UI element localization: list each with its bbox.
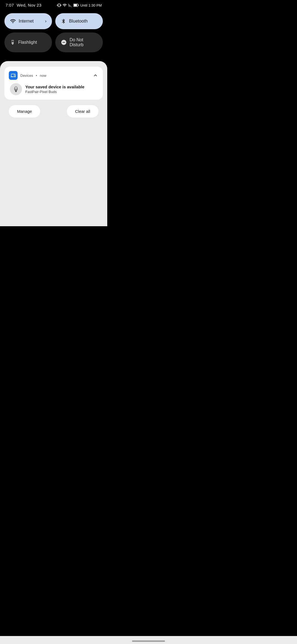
battery-until-label: Until 1:30 PM	[80, 3, 102, 7]
notification-text: Your saved device is available FastPair-…	[25, 84, 84, 94]
pixel-buds-icon	[10, 83, 22, 95]
notif-dot: •	[36, 73, 37, 78]
dnd-tile[interactable]: Do Not Disturb	[55, 32, 103, 52]
wifi-status-icon	[62, 3, 67, 7]
notif-title: Your saved device is available	[25, 84, 84, 89]
devices-app-icon	[9, 71, 18, 80]
notification-area: Devices • now	[0, 61, 107, 226]
bluetooth-tile[interactable]: Bluetooth	[55, 13, 103, 29]
notification-header-left: Devices • now	[9, 71, 46, 80]
internet-chevron-icon: ›	[45, 19, 46, 24]
notification-collapse-icon[interactable]	[92, 72, 98, 78]
flashlight-icon	[10, 39, 15, 45]
quick-tiles-section: Internet › Bluetooth Flashlight	[0, 10, 107, 61]
status-bar: 7:07 Wed, Nov 23 Until 1:30 P	[0, 0, 107, 10]
status-time-date: 7:07 Wed, Nov 23	[6, 3, 42, 8]
bluetooth-tile-label: Bluetooth	[69, 19, 97, 24]
internet-tile-label: Internet	[19, 19, 42, 24]
status-right-icons: Until 1:30 PM	[57, 3, 102, 7]
svg-point-4	[15, 87, 17, 89]
status-icons-group	[57, 3, 79, 7]
tiles-row-1: Internet › Bluetooth	[4, 13, 103, 29]
wifi-icon	[10, 18, 16, 24]
clear-all-button[interactable]: Clear all	[67, 105, 98, 118]
svg-rect-6	[16, 90, 16, 91]
status-time: 7:07	[6, 3, 14, 7]
manage-button[interactable]: Manage	[9, 105, 40, 118]
notif-time: now	[40, 73, 46, 78]
signal-icon	[68, 3, 72, 7]
svg-rect-2	[78, 5, 79, 6]
bluetooth-icon	[61, 18, 66, 24]
battery-icon	[73, 3, 79, 7]
notification-card: Devices • now	[4, 67, 103, 100]
tiles-row-2: Flashlight Do Not Disturb	[4, 32, 103, 52]
vibrate-icon	[57, 3, 61, 7]
notif-app-name: Devices	[20, 73, 33, 78]
dnd-tile-label: Do Not Disturb	[70, 37, 97, 47]
notification-content: Your saved device is available FastPair-…	[9, 83, 98, 95]
bottom-actions: Manage Clear all	[4, 103, 103, 122]
notif-subtitle: FastPair-Pixel Buds	[25, 90, 84, 94]
svg-rect-1	[74, 4, 77, 6]
notification-header: Devices • now	[9, 71, 98, 80]
internet-tile[interactable]: Internet ›	[4, 13, 52, 29]
status-date: Wed, Nov 23	[17, 3, 42, 7]
flashlight-tile[interactable]: Flashlight	[4, 32, 52, 52]
dnd-icon	[61, 39, 67, 45]
flashlight-tile-label: Flashlight	[18, 40, 46, 45]
